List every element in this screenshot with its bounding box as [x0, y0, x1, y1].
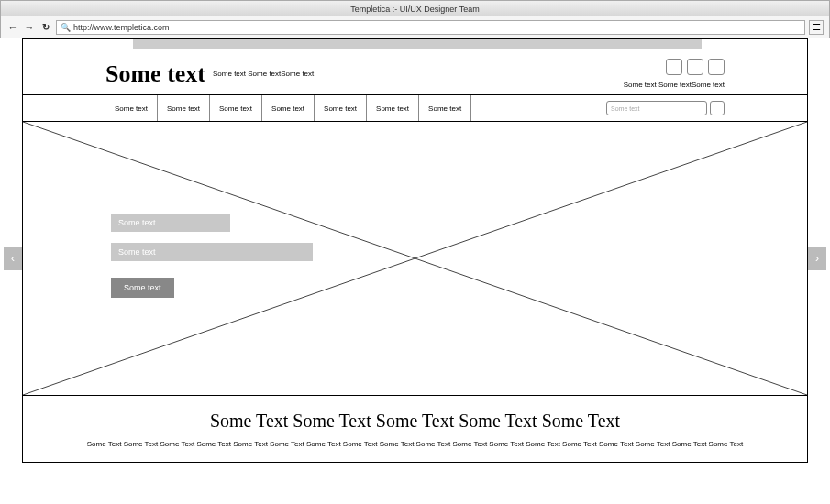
nav-search: Some text — [606, 95, 807, 121]
intro-subtext: Some Text Some Text Some Text Some Text … — [60, 439, 770, 451]
hero-heading-2: Some text — [111, 243, 313, 261]
intro-section: Some Text Some Text Some Text Some Text … — [23, 396, 807, 462]
chevron-left-icon: ‹ — [11, 252, 15, 265]
hero-cta-button[interactable]: Some text — [111, 278, 174, 298]
site-logo: Some text — [105, 60, 205, 88]
nav-item-6[interactable]: Some text — [419, 95, 471, 121]
social-caption: Some text Some textSome text — [624, 81, 725, 89]
hero-image-placeholder: Some text Some text Some text — [23, 122, 807, 395]
carousel-prev-button[interactable]: ‹ — [4, 247, 22, 270]
hero-heading-1: Some text — [111, 214, 230, 232]
nav-spacer — [23, 95, 105, 121]
page-viewport: Some text Some text Some textSome text S… — [0, 38, 830, 504]
social-link-2[interactable] — [687, 59, 703, 75]
search-input[interactable]: Some text — [606, 101, 707, 115]
nav-item-4[interactable]: Some text — [315, 95, 367, 121]
window-titlebar: Templetica :- UI/UX Designer Team — [0, 0, 830, 16]
hero-section: ‹ Some text Some text Some text › — [23, 122, 807, 396]
nav-item-1[interactable]: Some text — [158, 95, 210, 121]
nav-item-3[interactable]: Some text — [262, 95, 315, 121]
url-bar[interactable]: 🔍 http://www.templetica.com — [56, 20, 805, 35]
social-links — [624, 59, 725, 75]
search-icon: 🔍 — [61, 23, 71, 32]
search-button[interactable] — [710, 101, 725, 115]
social-link-3[interactable] — [708, 59, 725, 75]
header-right: Some text Some textSome text — [624, 59, 725, 89]
reload-button[interactable]: ↻ — [39, 21, 52, 34]
forward-button[interactable]: → — [23, 21, 36, 34]
page-container: Some text Some text Some textSome text S… — [22, 38, 808, 463]
window-title: Templetica :- UI/UX Designer Team — [350, 5, 479, 14]
hamburger-menu-button[interactable]: ☰ — [809, 20, 824, 35]
url-text: http://www.templetica.com — [73, 23, 801, 32]
hero-content: Some text Some text Some text — [111, 214, 313, 298]
main-nav: Some text Some text Some text Some text … — [23, 94, 807, 122]
intro-heading: Some Text Some Text Some Text Some Text … — [60, 411, 770, 432]
carousel-next-button[interactable]: › — [808, 247, 826, 270]
top-accent-bar — [133, 39, 702, 49]
back-button[interactable]: ← — [6, 21, 19, 34]
social-link-1[interactable] — [666, 59, 682, 75]
site-header: Some text Some text Some textSome text S… — [23, 51, 807, 94]
nav-item-0[interactable]: Some text — [105, 95, 158, 121]
nav-item-2[interactable]: Some text — [210, 95, 262, 121]
nav-item-5[interactable]: Some text — [367, 95, 419, 121]
browser-toolbar: ← → ↻ 🔍 http://www.templetica.com ☰ — [0, 16, 830, 38]
chevron-right-icon: › — [815, 252, 819, 265]
site-tagline: Some text Some textSome text — [213, 70, 314, 78]
